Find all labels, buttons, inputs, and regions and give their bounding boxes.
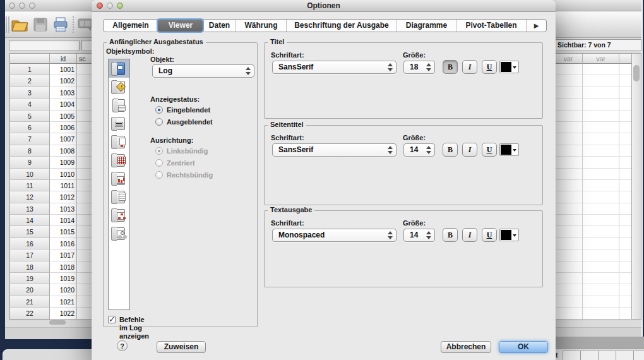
id-cell[interactable]: 1015 — [50, 226, 77, 237]
column-header-var[interactable]: var — [583, 54, 619, 64]
row-header-cell[interactable]: 18 — [10, 261, 50, 273]
vertical-scrollbar[interactable] — [631, 53, 641, 320]
id-cell[interactable]: 1003 — [50, 87, 77, 99]
table-row[interactable] — [554, 99, 631, 110]
table-row[interactable] — [554, 180, 631, 191]
text-output-icon[interactable] — [109, 188, 129, 206]
table-row[interactable] — [554, 191, 631, 203]
object-icon-list[interactable] — [108, 59, 130, 310]
table-row[interactable] — [554, 169, 631, 180]
table-row[interactable] — [554, 273, 631, 284]
row-header-cell[interactable]: 6 — [10, 122, 50, 133]
id-cell[interactable]: 1005 — [50, 111, 77, 122]
table-row[interactable] — [554, 157, 631, 168]
id-cell[interactable]: 1016 — [50, 238, 77, 249]
toolbar-grip[interactable] — [6, 16, 9, 33]
column-header-partial[interactable] — [619, 54, 631, 64]
row-header-cell[interactable]: 1 — [10, 64, 50, 75]
notes-icon[interactable] — [109, 96, 129, 114]
corner-header-cell[interactable] — [10, 54, 50, 64]
tab-overflow-button[interactable]: ▶ — [526, 20, 546, 32]
underline-button[interactable]: U — [482, 60, 497, 74]
font-select[interactable]: SansSerif — [272, 61, 397, 74]
row-header-cell[interactable]: 9 — [10, 157, 50, 168]
horizontal-scrollbar-thumb[interactable] — [49, 320, 66, 325]
id-cell[interactable]: 1001 — [50, 64, 77, 75]
size-select[interactable]: 18 — [403, 61, 435, 74]
bold-button[interactable]: B — [443, 143, 458, 157]
warnings-icon[interactable] — [109, 78, 129, 96]
cancel-button[interactable]: Abbrechen — [441, 341, 491, 353]
id-cell[interactable]: 1006 — [50, 122, 77, 133]
title-icon[interactable] — [109, 114, 129, 133]
id-cell[interactable]: 1009 — [50, 157, 77, 168]
font-select[interactable]: SansSerif — [272, 143, 397, 157]
id-cell[interactable]: 1010 — [50, 169, 77, 180]
row-header-cell[interactable]: 13 — [10, 203, 50, 215]
table-row[interactable] — [554, 133, 631, 145]
help-button[interactable]: ? — [117, 340, 128, 351]
table-row[interactable] — [554, 122, 631, 133]
table-row[interactable] — [554, 238, 631, 249]
underline-button[interactable]: U — [482, 143, 497, 157]
table-row[interactable] — [554, 87, 631, 99]
zoom-icon[interactable] — [29, 3, 35, 9]
row-header-cell[interactable]: 10 — [10, 169, 50, 180]
font-select[interactable]: Monospaced — [272, 229, 397, 242]
vertical-scrollbar-thumb[interactable] — [633, 65, 640, 81]
bold-button[interactable]: B — [443, 60, 458, 74]
table-row[interactable] — [554, 64, 631, 75]
italic-button[interactable]: I — [462, 60, 477, 74]
row-header-cell[interactable]: 7 — [10, 133, 50, 145]
table-row[interactable] — [554, 203, 631, 215]
id-cell[interactable]: 1022 — [50, 308, 77, 319]
row-header-cell[interactable]: 12 — [10, 191, 50, 203]
color-picker-button[interactable] — [499, 61, 519, 73]
radio-icon[interactable] — [155, 106, 163, 114]
id-cell[interactable]: 1017 — [50, 249, 77, 261]
size-select[interactable]: 14 — [403, 229, 435, 242]
id-cell[interactable]: 1008 — [50, 145, 77, 157]
id-cell[interactable]: 1018 — [50, 261, 77, 273]
dialog-titlebar[interactable]: Optionen — [92, 0, 556, 12]
apply-button[interactable]: Zuweisen — [157, 341, 206, 353]
row-header-cell[interactable]: 19 — [10, 273, 50, 284]
row-header-cell[interactable]: 11 — [10, 180, 50, 191]
id-cell[interactable]: 1004 — [50, 99, 77, 110]
tab-beschriftung-der-ausgabe[interactable]: Beschriftung der Ausgabe — [286, 20, 397, 32]
ok-button[interactable]: OK — [499, 341, 548, 353]
close-icon[interactable] — [9, 3, 15, 9]
row-header-cell[interactable]: 4 — [10, 99, 50, 110]
row-header-cell[interactable]: 16 — [10, 238, 50, 249]
table-row[interactable] — [554, 111, 631, 122]
table-row[interactable] — [554, 296, 631, 308]
bold-button[interactable]: B — [443, 228, 458, 242]
row-header-cell[interactable]: 20 — [10, 284, 50, 296]
minimize-icon[interactable] — [19, 3, 25, 9]
radio-icon[interactable] — [155, 118, 163, 126]
size-select[interactable]: 14 — [403, 143, 435, 157]
table-row[interactable] — [554, 261, 631, 273]
color-picker-button[interactable] — [499, 143, 519, 156]
radio-ausgeblendet[interactable]: Ausgeblendet — [155, 118, 250, 127]
id-cell[interactable]: 1019 — [50, 273, 77, 284]
italic-button[interactable]: I — [462, 228, 477, 242]
row-header-cell[interactable]: 15 — [10, 226, 50, 237]
table-row[interactable] — [554, 284, 631, 296]
row-header-cell[interactable]: 21 — [10, 296, 50, 308]
row-header-cell[interactable]: 8 — [10, 145, 50, 157]
tab-viewer[interactable]: Viewer — [158, 20, 203, 32]
id-cell[interactable]: 1002 — [50, 75, 77, 87]
tree-icon[interactable] — [109, 206, 129, 224]
radio-eingeblendet[interactable]: Eingeblendet — [155, 106, 250, 115]
id-cell[interactable]: 1011 — [50, 180, 77, 191]
table-row[interactable] — [554, 145, 631, 157]
row-header-cell[interactable]: 22 — [10, 308, 50, 319]
checkbox-icon[interactable] — [108, 316, 116, 323]
id-cell[interactable]: 1012 — [50, 191, 77, 203]
row-header-cell[interactable]: 2 — [10, 75, 50, 87]
id-cell[interactable]: 1021 — [50, 296, 77, 308]
chart-icon[interactable] — [109, 169, 129, 188]
table-row[interactable] — [554, 226, 631, 237]
id-cell[interactable]: 1007 — [50, 133, 77, 145]
